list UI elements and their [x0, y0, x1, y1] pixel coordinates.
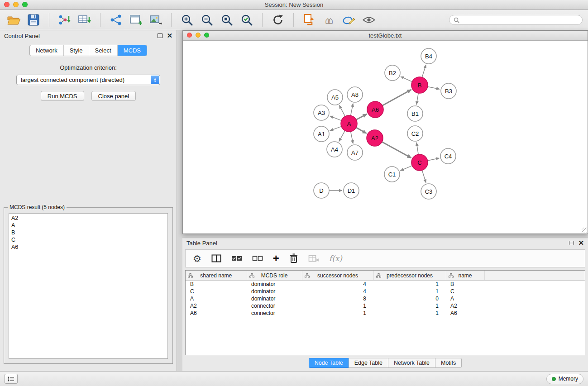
- cell-shared-name[interactable]: A: [186, 295, 247, 302]
- table-row[interactable]: Cdominator41C: [186, 288, 585, 295]
- function-builder-button[interactable]: f(x): [329, 254, 342, 263]
- add-row-button[interactable]: +: [273, 253, 279, 264]
- column-header-successor-nodes[interactable]: successor nodes: [302, 271, 373, 281]
- graph-node-A3[interactable]: [314, 105, 329, 120]
- table-settings-button[interactable]: ⚙: [193, 254, 201, 263]
- graph-node-B4[interactable]: [421, 48, 436, 64]
- run-mcds-button[interactable]: Run MCDS: [41, 91, 84, 101]
- export-image-button[interactable]: [148, 12, 164, 28]
- tab-select[interactable]: Select: [89, 45, 118, 56]
- graph-edge-A-A6[interactable]: [356, 114, 367, 120]
- graph-edge-A-A8[interactable]: [351, 104, 353, 116]
- show-columns-button[interactable]: [211, 254, 221, 262]
- float-table-panel-icon[interactable]: [569, 241, 574, 245]
- cell-predecessor-nodes[interactable]: 1: [373, 310, 446, 317]
- cell-predecessor-nodes[interactable]: 1: [373, 288, 446, 295]
- graph-node-C3[interactable]: [421, 184, 436, 199]
- graph-node-A8[interactable]: [347, 87, 363, 102]
- graph-node-A[interactable]: [341, 115, 357, 132]
- result-item[interactable]: C: [11, 236, 165, 243]
- graph-edge-A-A2[interactable]: [356, 128, 367, 133]
- minimize-window-icon[interactable]: [13, 2, 19, 7]
- minimize-network-window-icon[interactable]: [196, 33, 201, 38]
- resize-grip[interactable]: [582, 228, 587, 233]
- column-header-MCDS-role[interactable]: MCDS role: [247, 271, 302, 281]
- close-panel-button[interactable]: Close panel: [91, 91, 136, 101]
- cell-MCDS-role[interactable]: dominator: [247, 288, 302, 295]
- cell-MCDS-role[interactable]: connector: [247, 310, 302, 317]
- zoom-window-icon[interactable]: [22, 2, 28, 7]
- cell-name[interactable]: B: [446, 281, 484, 288]
- graph-edge-A6-B[interactable]: [382, 90, 411, 105]
- graph-edge-A-A7[interactable]: [351, 132, 353, 144]
- close-panel-icon[interactable]: ✕: [167, 33, 172, 38]
- tab-edge-table[interactable]: Edge Table: [349, 358, 388, 368]
- result-item[interactable]: A2: [11, 214, 165, 222]
- cell-successor-nodes[interactable]: 8: [302, 295, 373, 302]
- graph-node-A6[interactable]: [367, 101, 383, 118]
- column-header-predecessor-nodes[interactable]: predecessor nodes: [373, 271, 446, 281]
- graph-node-C1[interactable]: [384, 167, 400, 182]
- cell-predecessor-nodes[interactable]: 0: [373, 295, 446, 302]
- share-network-button[interactable]: [108, 12, 124, 28]
- cell-successor-nodes[interactable]: 1: [302, 310, 373, 317]
- tab-mcds[interactable]: MCDS: [118, 45, 147, 56]
- cell-successor-nodes[interactable]: 1: [302, 302, 373, 310]
- cell-name[interactable]: A6: [446, 310, 484, 317]
- import-table-button[interactable]: [76, 12, 93, 28]
- zoom-selected-button[interactable]: [239, 12, 255, 28]
- graph-node-A4[interactable]: [327, 142, 342, 157]
- graph-edge-A2-C[interactable]: [382, 142, 411, 158]
- save-session-button[interactable]: [25, 12, 42, 28]
- open-session-button[interactable]: [5, 12, 22, 28]
- graph-node-C4[interactable]: [440, 148, 456, 164]
- search-field[interactable]: [449, 15, 583, 25]
- graph-node-B2[interactable]: [385, 65, 400, 81]
- cell-shared-name[interactable]: B: [186, 281, 247, 288]
- column-header-shared-name[interactable]: shared name: [186, 271, 247, 281]
- graph-node-B[interactable]: [411, 77, 428, 93]
- graph-edge-A-A5[interactable]: [339, 105, 345, 117]
- graph-node-D[interactable]: [314, 183, 329, 198]
- graph-edge-A-A1[interactable]: [330, 126, 342, 131]
- graph-node-A1[interactable]: [314, 126, 329, 142]
- delete-row-button[interactable]: [289, 253, 298, 264]
- graph-edge-B-B4[interactable]: [422, 65, 426, 77]
- graph-edge-A-A3[interactable]: [330, 116, 342, 120]
- graph-edge-C-C2[interactable]: [416, 143, 418, 154]
- delete-table-button[interactable]: [308, 255, 319, 262]
- result-item[interactable]: A: [11, 222, 165, 229]
- graph-node-C2[interactable]: [407, 126, 423, 141]
- tab-node-table[interactable]: Node Table: [309, 358, 349, 368]
- mcds-result-list[interactable]: A2ABCA6: [9, 213, 168, 359]
- zoom-in-button[interactable]: [179, 12, 195, 28]
- graph-node-A5[interactable]: [327, 90, 343, 105]
- graph-edge-B-B2[interactable]: [401, 76, 412, 81]
- network-canvas[interactable]: B4B2BB3A5A8A6B1A3AA1C2A2A4A7C4CC1C3DD1: [183, 41, 588, 234]
- import-network-button[interactable]: [57, 12, 73, 28]
- home-button[interactable]: ⌂⌂: [321, 12, 337, 28]
- new-network-window-button[interactable]: [128, 12, 144, 28]
- select-all-button[interactable]: [231, 256, 242, 261]
- graph-edge-C-C1[interactable]: [400, 166, 412, 171]
- graph-node-C[interactable]: [411, 154, 428, 171]
- zoom-out-button[interactable]: [199, 12, 215, 28]
- cell-shared-name[interactable]: A2: [186, 302, 247, 310]
- graph-edge-B-B1[interactable]: [416, 93, 418, 105]
- refresh-button[interactable]: [270, 12, 286, 28]
- zoom-network-window-icon[interactable]: [204, 33, 209, 38]
- zoom-fit-button[interactable]: [219, 12, 235, 28]
- tab-motifs[interactable]: Motifs: [435, 358, 462, 368]
- column-header-name[interactable]: name: [446, 271, 484, 281]
- float-panel-icon[interactable]: [158, 33, 163, 38]
- optimization-criterion-dropdown[interactable]: largest connected component (directed) ▲…: [16, 75, 160, 85]
- graph-node-B3[interactable]: [441, 83, 456, 99]
- cell-name[interactable]: A2: [446, 302, 484, 310]
- task-history-button[interactable]: [5, 374, 18, 384]
- graph-node-A2[interactable]: [367, 130, 383, 146]
- cell-predecessor-nodes[interactable]: 1: [373, 302, 446, 310]
- table-row[interactable]: A6connector11A6: [186, 310, 585, 317]
- table-row[interactable]: Adominator80A: [186, 295, 585, 302]
- cell-successor-nodes[interactable]: 4: [302, 288, 373, 295]
- cell-shared-name[interactable]: A6: [186, 310, 247, 317]
